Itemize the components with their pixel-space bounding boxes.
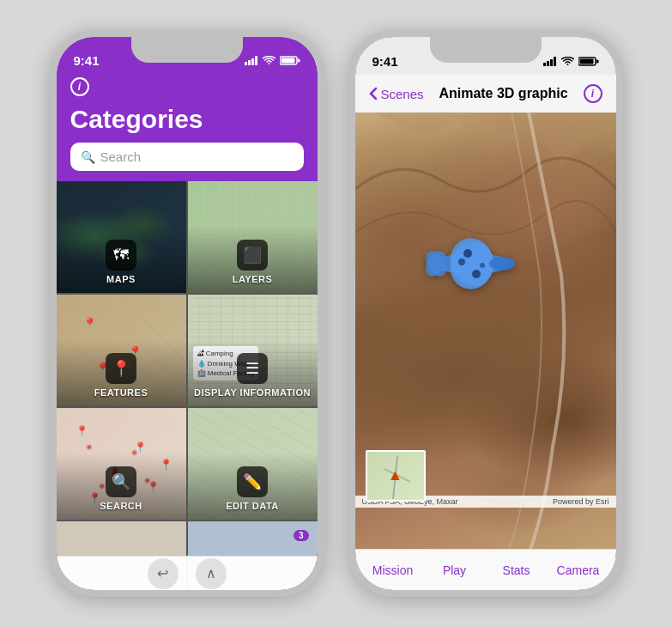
search-label: SEARCH [100,501,142,511]
edit-icon: ✏️ [237,466,268,497]
grid-cell-edit[interactable]: ✏️ EDIT DATA [188,408,318,520]
svg-rect-5 [281,58,294,64]
svg-point-23 [480,263,485,268]
right-battery-icon [578,57,599,66]
layers-icon: ⬛ [237,240,268,271]
grid-cell-search[interactable]: 📍 📍 📍 📍 📍 📍 🔍 SEARCH [57,408,186,520]
svg-rect-8 [547,61,549,66]
tab-mission[interactable]: Mission [362,563,424,577]
search-cell-icon: 🔍 [106,466,136,497]
left-status-bar: 9:41 [57,37,318,74]
svg-rect-10 [554,57,556,66]
svg-rect-1 [248,60,251,65]
map-view: ▲ USDA FSA, GeoEye, Maxar Powered by Esr… [355,113,616,549]
right-nav-bar: Scenes Animate 3D graphic i [355,75,616,113]
grid-cell-maps[interactable]: 🗺 MAPS [57,181,186,293]
right-wifi-icon [561,57,574,66]
display-icon: ☰ [237,353,268,384]
svg-rect-6 [298,59,300,63]
svg-rect-9 [550,59,553,66]
right-status-bar: 9:41 [355,37,616,75]
tab-stats[interactable]: Stats [486,563,548,577]
left-phone: 9:41 [50,30,324,597]
search-icon: 🔍 [81,150,95,164]
svg-point-20 [463,249,472,258]
nav-title: Animate 3D graphic [439,86,567,101]
left-bottom-nav: ↩ ∧ [57,556,318,590]
up-button[interactable]: ∧ [196,558,227,589]
left-time: 9:41 [74,53,100,68]
grid-cell-layers[interactable]: ⬛ LAYERS [188,181,318,293]
grid-cell-features[interactable]: 📍 📍 📍 📍 FEATURES [57,295,186,406]
svg-rect-12 [579,58,593,64]
maps-icon: 🗺 [106,240,136,271]
svg-point-19 [489,257,515,271]
airplane-graphic [421,229,524,301]
left-status-icons [245,56,300,65]
minimap-arrow: ▲ [388,466,403,484]
svg-point-22 [458,259,465,265]
right-time: 9:41 [372,54,398,69]
pin-1: 📍 [82,317,97,331]
edit-label: EDIT DATA [226,501,279,511]
tab-bar: Mission Play Stats Camera [355,549,616,590]
features-label: FEATURES [94,387,148,398]
svg-point-21 [472,270,481,278]
right-status-icons [543,57,599,66]
right-info-button[interactable]: i [584,84,602,103]
page-title: Categories [70,105,304,134]
right-phone: 9:41 [348,30,623,597]
tab-camera[interactable]: Camera [548,563,609,577]
signal-icon [245,56,258,65]
search-placeholder: Search [100,149,142,164]
layers-label: LAYERS [233,274,273,284]
back-button[interactable]: ↩ [148,558,179,589]
right-signal-icon [543,57,557,66]
svg-rect-13 [596,59,599,63]
attribution-right: Powered by Esri [553,497,609,506]
back-label: Scenes [381,87,424,101]
badge: 3 [294,530,309,541]
svg-rect-3 [255,56,257,65]
grid-cell-display[interactable]: 🏕 Camping 💧 Drinking Water 🏥 Medical Fac… [188,295,318,406]
minimap: ▲ [366,450,426,502]
categories-grid: 🗺 MAPS ⬛ LAYERS [57,181,318,590]
back-chevron-icon [369,87,378,100]
battery-icon [280,56,300,65]
search-pin-1: 📍 [76,425,88,437]
search-pin-2: 📍 [134,441,147,454]
features-icon: 📍 [106,353,136,384]
tab-play[interactable]: Play [424,563,486,577]
display-label: DISPLAY INFORMATION [194,387,311,398]
search-bar[interactable]: 🔍 Search [70,143,304,171]
svg-rect-2 [251,58,254,65]
back-button-right[interactable]: Scenes [369,87,424,101]
categories-header: i Categories 🔍 Search [57,74,318,181]
svg-rect-7 [543,63,546,66]
maps-label: MAPS [106,274,136,284]
info-button[interactable]: i [70,77,89,96]
wifi-icon [263,56,275,65]
screenshot-container: 9:41 [0,0,672,627]
svg-rect-0 [245,62,247,65]
